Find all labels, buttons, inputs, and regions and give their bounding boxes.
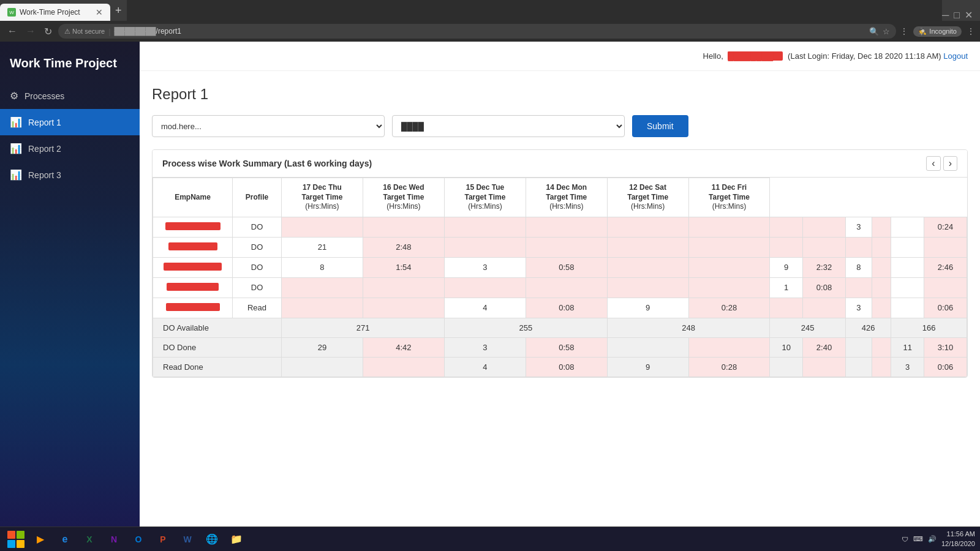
summary-row-read-done: Read Done 4 0:08 9 0:28 3 xyxy=(153,357,967,377)
taskbar-app-outlook[interactable]: O xyxy=(127,530,149,549)
do-available-d15: 248 xyxy=(607,318,770,337)
browser-right-controls: ⋮ 🕵 Incognito ⋮ xyxy=(900,26,975,37)
table-row: DO 3 0:24 xyxy=(153,217,967,237)
table-row: Read 4 0:08 9 0:28 3 0:06 xyxy=(153,298,967,318)
logout-link[interactable]: Logout xyxy=(941,51,968,61)
new-tab-button[interactable]: + xyxy=(110,2,127,20)
minimize-button[interactable]: ─ xyxy=(942,10,949,21)
address-bar[interactable]: ⚠ Not secure | ████████/report1 🔍 ☆ xyxy=(58,24,896,39)
read-done-d14-h xyxy=(803,357,846,377)
d17-target xyxy=(282,217,363,237)
taskbar-volume-icon: 🔊 xyxy=(928,535,937,543)
taskbar-app-word[interactable]: W xyxy=(176,530,198,549)
taskbar-app-excel[interactable]: X xyxy=(78,530,100,549)
d17-hours xyxy=(363,217,444,237)
do-available-d17: 271 xyxy=(282,318,445,337)
emp-name-cell xyxy=(153,298,233,318)
employee-dropdown[interactable]: ████ xyxy=(392,115,625,137)
forward-button[interactable]: → xyxy=(23,24,38,38)
browser-controls: ← → ↻ ⚠ Not secure | ████████/report1 🔍 … xyxy=(0,21,980,42)
do-done-d17-h: 4:42 xyxy=(363,337,444,357)
d16-hours: 0:08 xyxy=(526,298,607,318)
d16-target xyxy=(445,217,526,237)
read-done-d16-t: 4 xyxy=(445,357,526,377)
taskbar-app-ppt[interactable]: P xyxy=(152,530,174,549)
d14-target: 1 xyxy=(770,277,803,298)
d15-target: 9 xyxy=(607,298,688,318)
report1-icon: 📊 xyxy=(10,116,22,128)
work-summary-table: EmpName Profile 17 Dec ThuTarget Time(Hr… xyxy=(153,178,967,377)
sidebar-item-report2[interactable]: 📊 Report 2 xyxy=(0,135,140,162)
back-button[interactable]: ← xyxy=(5,24,20,38)
sidebar-item-report3[interactable]: 📊 Report 3 xyxy=(0,162,140,188)
d17-target: 8 xyxy=(282,257,363,277)
taskbar-app-onenote[interactable]: N xyxy=(103,530,125,549)
d12-target: 3 xyxy=(845,298,872,318)
col-empname: EmpName xyxy=(153,178,233,217)
taskbar-app-ie[interactable]: e xyxy=(54,530,76,549)
col-dec15: 15 Dec TueTarget Time(Hrs:Mins) xyxy=(445,178,526,217)
read-done-d16-h: 0:08 xyxy=(526,357,607,377)
d16-hours xyxy=(526,237,607,257)
tab-title: Work-Time Project xyxy=(20,8,80,17)
summary-row-do-done: DO Done 29 4:42 3 0:58 10 2:40 11 xyxy=(153,337,967,357)
d11-hours: 2:46 xyxy=(924,257,967,277)
sidebar-item-processes[interactable]: ⚙ Processes xyxy=(0,83,140,109)
sidebar-item-report1[interactable]: 📊 Report 1 xyxy=(0,109,140,135)
menu-icon[interactable]: ⋮ xyxy=(967,26,975,36)
close-window-button[interactable]: ✕ xyxy=(965,9,973,21)
profile-cell: DO xyxy=(233,217,282,237)
do-done-d12-h xyxy=(872,337,891,357)
d12-hours xyxy=(872,277,891,298)
emp-name-cell xyxy=(153,277,233,298)
table-section-header: Process wise Work Summary (Last 6 workin… xyxy=(153,150,967,178)
do-done-d12-t xyxy=(845,337,872,357)
main-content: Hello, ████████ (Last Login: Friday, Dec… xyxy=(140,42,980,527)
active-tab[interactable]: W Work-Time Project ✕ xyxy=(0,4,110,21)
process-dropdown[interactable]: mod.here... xyxy=(152,115,385,137)
d16-target xyxy=(445,277,526,298)
tab-close-button[interactable]: ✕ xyxy=(96,7,103,17)
reload-button[interactable]: ↻ xyxy=(42,24,55,39)
read-done-d15-h: 0:28 xyxy=(688,357,770,377)
extensions-icon[interactable]: ⋮ xyxy=(900,26,908,36)
table-row: DO 21 2:48 xyxy=(153,237,967,257)
d14-hours xyxy=(803,298,846,318)
d14-hours: 2:32 xyxy=(803,257,846,277)
do-done-d14-t: 10 xyxy=(770,337,803,357)
d14-hours xyxy=(803,217,846,237)
d15-target xyxy=(607,257,688,277)
submit-button[interactable]: Submit xyxy=(632,115,688,137)
read-done-d11-t: 3 xyxy=(891,357,924,377)
do-done-d17-t: 29 xyxy=(282,337,363,357)
col-dec17: 17 Dec ThuTarget Time(Hrs:Mins) xyxy=(282,178,363,217)
sidebar-nav: ⚙ Processes 📊 Report 1 📊 Report 2 📊 Repo… xyxy=(0,83,140,188)
read-done-d12-t xyxy=(845,357,872,377)
table-next-button[interactable]: › xyxy=(943,156,957,171)
do-done-d11-t: 11 xyxy=(891,337,924,357)
taskbar-apps: ▶ e X N O P W 🌐 📁 xyxy=(5,530,247,549)
read-done-d15-t: 9 xyxy=(607,357,688,377)
do-done-d16-t: 3 xyxy=(445,337,526,357)
tab-favicon: W xyxy=(7,8,16,17)
sidebar-label-report2: Report 2 xyxy=(28,144,61,154)
table-prev-button[interactable]: ‹ xyxy=(926,156,940,171)
d15-target xyxy=(607,237,688,257)
d15-hours xyxy=(688,257,770,277)
restore-button[interactable]: □ xyxy=(954,10,960,21)
sidebar-title: Work Time Project xyxy=(0,42,140,83)
emp-name-cell xyxy=(153,217,233,237)
d16-hours xyxy=(526,277,607,298)
do-available-d12: 426 xyxy=(845,318,891,337)
d14-hours: 0:08 xyxy=(803,277,846,298)
d11-hours: 0:24 xyxy=(924,217,967,237)
taskbar-app-files[interactable]: 📁 xyxy=(225,530,247,549)
start-button[interactable] xyxy=(5,530,27,549)
taskbar-app-chrome[interactable]: 🌐 xyxy=(201,530,223,549)
taskbar-app-media[interactable]: ▶ xyxy=(29,530,51,549)
d11-target xyxy=(891,217,924,237)
header: Hello, ████████ (Last Login: Friday, Dec… xyxy=(140,42,980,71)
browser-tabs: W Work-Time Project ✕ + ─ □ ✕ xyxy=(0,0,980,21)
table-section-title: Process wise Work Summary (Last 6 workin… xyxy=(162,159,372,168)
do-done-d11-h: 3:10 xyxy=(924,337,967,357)
